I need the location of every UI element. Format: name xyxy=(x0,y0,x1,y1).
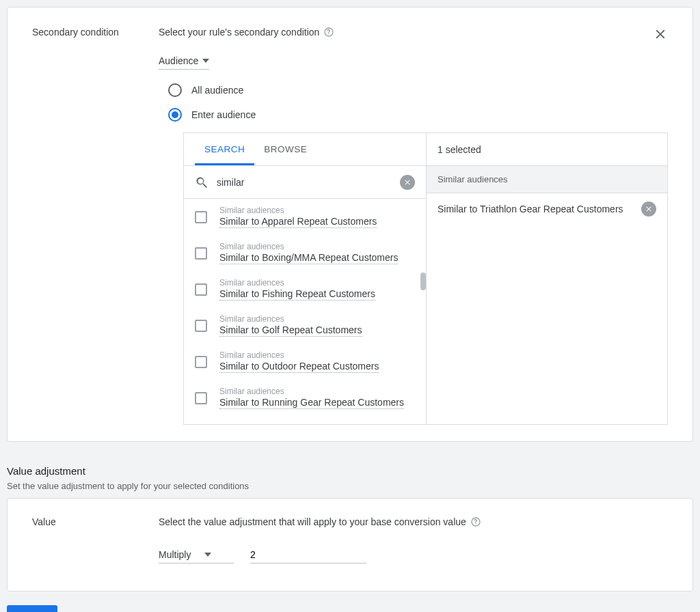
tab-search[interactable]: SEARCH xyxy=(195,133,254,165)
secondary-condition-header: Select your rule's secondary condition xyxy=(159,27,668,38)
help-icon[interactable] xyxy=(323,27,334,38)
save-button[interactable]: SAVE xyxy=(7,605,57,612)
result-label: Similar to Golf Repeat Customers xyxy=(219,324,362,337)
scrollbar[interactable] xyxy=(420,273,426,290)
chevron-down-icon xyxy=(202,59,209,63)
result-label: Similar to Boxing/MMA Repeat Customers xyxy=(219,251,398,264)
clear-search-icon[interactable] xyxy=(400,175,415,190)
selected-group-header: Similar audiences xyxy=(427,166,667,193)
result-category: Similar audiences xyxy=(219,314,362,324)
radio-icon xyxy=(168,83,182,97)
value-label: Value xyxy=(32,516,159,564)
list-item[interactable]: Similar audiencesSimilar to Running Gear… xyxy=(184,380,426,416)
search-input[interactable] xyxy=(215,176,393,189)
result-label: Similar to Fishing Repeat Customers xyxy=(219,288,375,301)
list-item[interactable]: Similar audiencesSimilar to Triathlon Ge… xyxy=(184,416,426,424)
result-category: Similar audiences xyxy=(219,350,379,360)
picker-selected-panel: 1 selected Similar audiences Similar to … xyxy=(427,133,667,424)
checkbox[interactable] xyxy=(195,283,207,296)
checkbox[interactable] xyxy=(195,320,207,332)
chevron-down-icon xyxy=(204,553,211,557)
action-buttons: SAVE CANCEL xyxy=(0,592,700,612)
value-header: Select the value adjustment that will ap… xyxy=(159,516,668,527)
audience-picker: SEARCH BROWSE Similar audi xyxy=(183,133,668,425)
tab-browse[interactable]: BROWSE xyxy=(254,133,317,165)
list-item[interactable]: Similar audiencesSimilar to Fishing Repe… xyxy=(184,271,426,307)
operation-dropdown[interactable]: Multiply xyxy=(159,546,234,564)
result-category: Similar audiences xyxy=(219,206,377,215)
result-label: Similar to Apparel Repeat Customers xyxy=(219,215,377,228)
radio-all-audience[interactable]: All audience xyxy=(168,83,668,97)
search-icon xyxy=(195,176,208,189)
help-icon[interactable] xyxy=(470,516,481,527)
result-category: Similar audiences xyxy=(219,278,375,288)
checkbox[interactable] xyxy=(195,247,207,260)
list-item[interactable]: Similar audiencesSimilar to Outdoor Repe… xyxy=(184,344,426,380)
list-item[interactable]: Similar audiencesSimilar to Golf Repeat … xyxy=(184,307,426,344)
result-category: Similar audiences xyxy=(219,423,405,424)
value-input[interactable] xyxy=(250,546,366,564)
picker-search-panel: SEARCH BROWSE Similar audi xyxy=(184,133,427,424)
value-adjustment-card: Value Select the value adjustment that w… xyxy=(7,498,693,592)
condition-type-dropdown[interactable]: Audience xyxy=(159,55,209,70)
radio-enter-audience[interactable]: Enter audience xyxy=(168,108,668,122)
checkbox[interactable] xyxy=(195,392,207,404)
result-label: Similar to Outdoor Repeat Customers xyxy=(219,360,379,373)
list-item[interactable]: Similar audiencesSimilar to Apparel Repe… xyxy=(184,199,426,235)
result-category: Similar audiences xyxy=(219,242,398,251)
secondary-condition-label: Secondary condition xyxy=(32,27,159,425)
selected-count: 1 selected xyxy=(427,133,667,166)
selected-audience-item: Similar to Triathlon Gear Repeat Custome… xyxy=(427,193,667,225)
radio-icon xyxy=(168,108,182,122)
result-category: Similar audiences xyxy=(219,387,404,396)
close-icon[interactable] xyxy=(653,27,668,42)
list-item[interactable]: Similar audiencesSimilar to Boxing/MMA R… xyxy=(184,235,426,271)
value-adjustment-header: Value adjustment Set the value adjustmen… xyxy=(0,449,700,498)
result-label: Similar to Running Gear Repeat Customers xyxy=(219,396,404,409)
remove-selected-icon[interactable] xyxy=(641,201,656,217)
results-list: Similar audiencesSimilar to Apparel Repe… xyxy=(184,199,426,424)
checkbox[interactable] xyxy=(195,356,207,368)
secondary-condition-card: Secondary condition Select your rule's s… xyxy=(7,7,693,442)
checkbox[interactable] xyxy=(195,211,207,223)
